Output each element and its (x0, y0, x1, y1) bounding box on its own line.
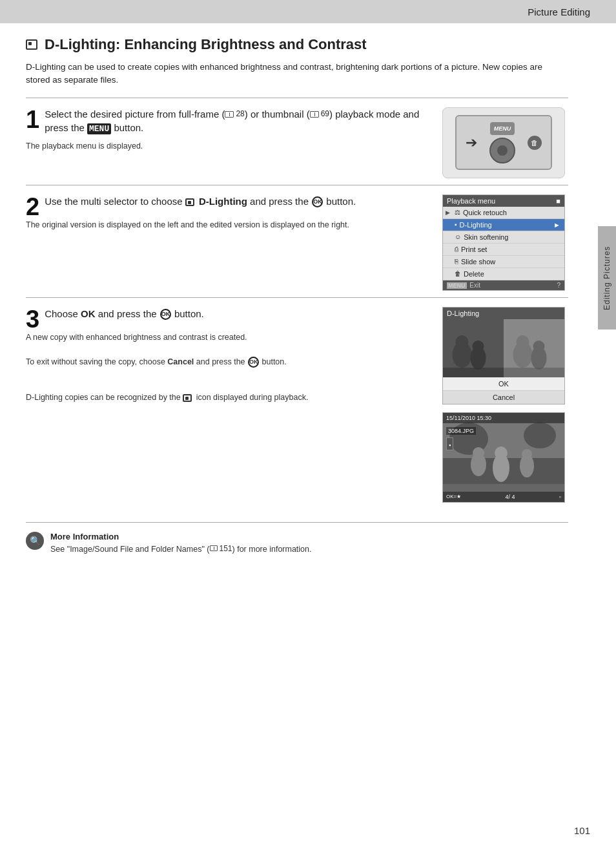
slide-show-icon: ⎘ (455, 258, 458, 265)
d-lighting-dialog-header: D-Lighting (443, 308, 564, 319)
step-3-heading: 3 Choose OK and press the OK button. (26, 307, 429, 320)
d-lighting-dialog: D-Lighting (442, 307, 565, 404)
slide-show-label: Slide show (461, 258, 495, 266)
d-lighting-menu-icon: ▪ (455, 221, 457, 228)
page-header-title: Picture Editing (528, 6, 590, 17)
menu-button-label: MENU (87, 123, 111, 134)
menu-item-d-lighting[interactable]: ▪ D-Lighting ► (443, 219, 564, 231)
photo-corner-num: ▫ (559, 494, 561, 500)
svg-rect-11 (504, 368, 564, 377)
book-ref-icon (225, 111, 234, 118)
svg-point-17 (473, 447, 484, 459)
step-3-note1: A new copy with enhanced brightness and … (26, 331, 429, 344)
d-lighting-ok-btn[interactable]: OK (443, 377, 564, 391)
menu-item-print-set[interactable]: ⎙ Print set (443, 244, 564, 256)
svg-point-8 (517, 335, 529, 348)
camera-arrow: ➔ (466, 134, 477, 151)
skin-softening-label: Skin softening (464, 233, 508, 241)
d-lighting-preview-image (443, 319, 564, 377)
intro-text: D-Lighting can be used to create copies … (26, 61, 568, 87)
playback-photo-bottom: OK=★ 4/ 4 ▫ (443, 492, 564, 502)
step-1-section: 1 Select the desired picture from full-f… (26, 98, 568, 178)
step-2-left: 2 Use the multi selector to choose D-Lig… (26, 194, 429, 291)
step-3-note2: To exit without saving the copy, choose … (26, 356, 429, 368)
photo-timestamp: 15/11/2010 15:30 (446, 415, 491, 421)
step-2-section: 2 Use the multi selector to choose D-Lig… (26, 185, 568, 291)
people-silhouette (443, 413, 564, 502)
header-bar: Picture Editing (0, 0, 616, 23)
more-info-icon: 🔍 (26, 532, 44, 550)
photo-filename: 3084.JPG (446, 427, 476, 435)
menu-item-skin-softening[interactable]: ☺ Skin softening (443, 231, 564, 244)
skin-softening-icon: ☺ (455, 233, 461, 240)
d-lighting-inline-icon-2 (183, 394, 192, 402)
page-number: 101 (574, 825, 590, 836)
search-icon: 🔍 (30, 536, 41, 546)
delete-icon: 🗑 (455, 270, 461, 277)
step-3-note3: D-Lighting copies can be recognized by t… (26, 392, 429, 404)
playback-menu-footer: MENU Exit ? (443, 280, 564, 290)
step-1-heading: 1 Select the desired picture from full-f… (26, 107, 429, 135)
svg-point-15 (524, 423, 556, 448)
svg-point-19 (495, 446, 508, 459)
svg-rect-5 (443, 368, 504, 377)
step-3-left: 3 Choose OK and press the OK button. A n… (26, 307, 429, 503)
playback-photo-box: 15/11/2010 15:30 3084.JPG ▪ OK=★ 4/ 4 ▫ (442, 412, 565, 503)
menu-item-delete[interactable]: 🗑 Delete (443, 268, 564, 280)
quick-retouch-icon: ⚖ (455, 209, 460, 216)
camera-body: ➔ MENU 🗑 (455, 115, 552, 170)
svg-point-10 (533, 341, 545, 352)
step-1-note: The playback menu is displayed. (26, 140, 429, 152)
photo-panel-dark (443, 319, 504, 377)
svg-point-2 (456, 335, 469, 348)
book-ref-icon-3 (210, 545, 218, 551)
step-2-number: 2 (26, 194, 39, 219)
main-content: D-Lighting: Enhancing Brightness and Con… (0, 23, 594, 572)
exit-label: Exit (469, 282, 480, 289)
d-lighting-badge-icon: ▪ (449, 442, 451, 448)
people-svg (443, 413, 565, 503)
camera-dpad-center (497, 145, 508, 156)
print-set-icon: ⎙ (455, 246, 458, 253)
step-2-heading: 2 Use the multi selector to choose D-Lig… (26, 194, 429, 208)
quick-retouch-label: Quick retouch (463, 209, 507, 216)
camera-menu-btn: MENU (490, 122, 515, 135)
camera-illustration: ➔ MENU 🗑 (442, 107, 565, 178)
ok-button-symbol-2: OK (312, 196, 323, 207)
light-panel-svg (504, 319, 564, 377)
playback-menu-box: Playback menu ■ ▶ ⚖ Quick retouch ▪ D-Li… (442, 194, 565, 291)
more-info-section: 🔍 More Information See "Image/Sound File… (26, 522, 568, 554)
camera-trash-btn: 🗑 (528, 136, 542, 150)
step-3-right: D-Lighting (439, 307, 568, 503)
step-1-left: 1 Select the desired picture from full-f… (26, 107, 429, 178)
d-lighting-cancel-btn[interactable]: Cancel (443, 391, 564, 404)
ok-button-symbol-3: OK (160, 309, 171, 320)
playback-photo-overlay: 15/11/2010 15:30 (443, 413, 564, 423)
camera-btn-group: MENU (489, 122, 515, 163)
more-info-text: See "Image/Sound File and Folder Names" … (50, 544, 312, 554)
more-info-content: More Information See "Image/Sound File a… (50, 532, 312, 554)
page-title: D-Lighting: Enhancing Brightness and Con… (45, 36, 367, 53)
menu-exit-label: MENU Exit (447, 282, 480, 289)
photo-ok-label: OK=★ (446, 494, 461, 499)
sidebar-tab: Editing Pictures (598, 226, 616, 330)
menu-item-quick-retouch[interactable]: ▶ ⚖ Quick retouch (443, 207, 564, 219)
play-icon: ▶ (446, 209, 450, 216)
help-icon: ? (557, 282, 560, 289)
page-title-container: D-Lighting: Enhancing Brightness and Con… (26, 36, 568, 53)
d-lighting-arrow: ► (553, 221, 560, 229)
camera-dpad (489, 138, 515, 163)
playback-menu-title: Playback menu (447, 197, 495, 205)
dark-panel-svg (443, 319, 504, 377)
step-3-heading-text: Choose OK and press the OK button. (45, 307, 429, 320)
d-lighting-menu-label: D-Lighting (460, 221, 492, 229)
playback-menu-icon: ■ (556, 197, 560, 205)
menu-item-slide-show[interactable]: ⎘ Slide show (443, 256, 564, 268)
photo-counter: 4/ 4 (506, 494, 515, 500)
sidebar-label: Editing Pictures (602, 246, 611, 309)
step-3-number: 3 (26, 307, 39, 331)
d-lighting-badge: ▪ (446, 437, 453, 450)
photo-panels (443, 319, 564, 377)
d-lighting-inline-icon (185, 198, 194, 206)
step-1-number: 1 (26, 107, 39, 132)
